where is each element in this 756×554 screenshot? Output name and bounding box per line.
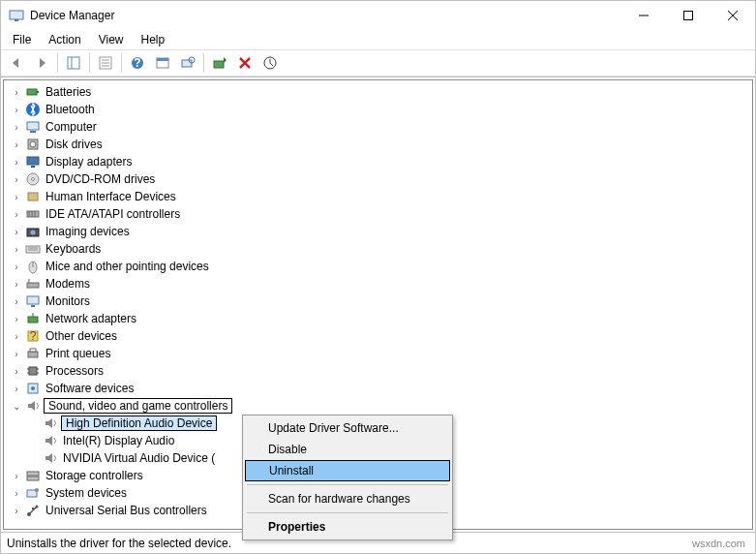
svg-rect-25 (27, 122, 39, 130)
chevron-right-icon[interactable]: › (10, 225, 23, 238)
watermark: wsxdn.com (692, 538, 749, 549)
chevron-right-icon[interactable]: › (10, 364, 23, 378)
back-button[interactable] (5, 52, 28, 74)
modem-icon (25, 276, 41, 292)
tree-node[interactable]: ›Mice and other pointing devices (10, 258, 752, 275)
chevron-right-icon[interactable]: › (10, 294, 23, 308)
device-manager-window: Device Manager File Action View Help ? ›… (0, 0, 756, 554)
cpu-icon (25, 363, 41, 379)
context-menu-item[interactable]: Scan for hardware changes (245, 488, 450, 509)
tree-node-label: Imaging devices (44, 225, 132, 238)
system-icon (25, 485, 41, 501)
tree-node-label: Bluetooth (44, 103, 97, 116)
chevron-right-icon[interactable]: › (10, 242, 23, 256)
svg-rect-3 (684, 12, 693, 20)
chevron-right-icon[interactable]: › (10, 382, 23, 395)
chevron-right-icon[interactable]: › (10, 260, 23, 273)
chevron-down-icon[interactable]: ⌄ (10, 399, 23, 413)
dvd-icon (25, 171, 41, 187)
svg-point-39 (31, 231, 36, 235)
tree-node-label: High Definition Audio Device (61, 416, 217, 431)
tree-node[interactable]: ›?Other devices (10, 327, 752, 345)
spacer (27, 416, 41, 430)
tree-node-label: Disk drives (44, 138, 105, 151)
chevron-right-icon[interactable]: › (10, 469, 23, 482)
uninstall-button[interactable] (233, 52, 257, 74)
tree-node[interactable]: ›Computer (10, 118, 752, 136)
tree-node[interactable]: ›Modems (10, 275, 752, 292)
context-menu-item[interactable]: Properties (245, 516, 450, 538)
tree-node[interactable]: ›Keyboards (10, 240, 752, 258)
chevron-right-icon[interactable]: › (10, 207, 23, 221)
chevron-right-icon[interactable]: › (10, 172, 23, 186)
maximize-button[interactable] (666, 1, 711, 30)
context-menu-item[interactable]: Disable (245, 439, 450, 460)
chevron-right-icon[interactable]: › (10, 277, 23, 291)
menu-file[interactable]: File (5, 31, 39, 48)
chevron-right-icon[interactable]: › (10, 329, 23, 343)
tree-node[interactable]: ›IDE ATA/ATAPI controllers (10, 205, 752, 223)
add-legacy-hardware-button[interactable] (258, 52, 282, 74)
properties-button[interactable] (94, 52, 117, 74)
printer-icon (25, 346, 41, 361)
tree-node[interactable]: ›DVD/CD-ROM drives (10, 170, 752, 188)
context-menu-item[interactable]: Uninstall (245, 460, 450, 481)
svg-rect-49 (28, 317, 38, 323)
context-menu-item[interactable]: Update Driver Software... (245, 417, 450, 439)
svg-point-61 (31, 386, 35, 390)
tree-node-label: System devices (44, 486, 129, 500)
chevron-right-icon[interactable]: › (10, 347, 23, 360)
svg-point-65 (35, 488, 39, 492)
tree-node[interactable]: ›Imaging devices (10, 223, 752, 240)
tree-node[interactable]: ›Network adapters (10, 310, 752, 327)
tree-node-label: Human Interface Devices (44, 190, 178, 203)
chevron-right-icon[interactable]: › (10, 486, 23, 500)
tree-node[interactable]: ›Bluetooth (10, 101, 752, 118)
chevron-right-icon[interactable]: › (10, 312, 23, 325)
tree-node[interactable]: ›Batteries (10, 83, 752, 101)
chevron-right-icon[interactable]: › (10, 504, 23, 517)
tree-node-label: Processors (44, 364, 106, 378)
chevron-right-icon[interactable]: › (10, 138, 23, 151)
show-hide-console-tree-button[interactable] (62, 52, 85, 74)
chevron-right-icon[interactable]: › (10, 85, 23, 99)
menu-action[interactable]: Action (41, 31, 88, 48)
tree-node[interactable]: ›Human Interface Devices (10, 188, 752, 205)
tree-node[interactable]: ›Monitors (10, 292, 752, 310)
network-icon (25, 311, 41, 326)
tree-node[interactable]: ⌄Sound, video and game controllers (10, 397, 752, 415)
close-button[interactable] (711, 1, 755, 30)
minimize-button[interactable] (621, 1, 666, 30)
svg-rect-45 (27, 283, 39, 288)
app-icon (9, 8, 24, 23)
window-title: Device Manager (30, 9, 621, 22)
chevron-right-icon[interactable]: › (10, 155, 23, 169)
bluetooth-icon (25, 102, 41, 117)
tree-node-label: Intel(R) Display Audio (61, 434, 176, 447)
imaging-icon (25, 224, 41, 239)
tree-node[interactable]: ›Print queues (10, 345, 752, 362)
tree-node-label: Network adapters (44, 312, 138, 325)
speaker-icon (43, 416, 58, 431)
mouse-icon (25, 259, 41, 274)
context-menu: Update Driver Software...DisableUninstal… (242, 415, 453, 540)
tree-node[interactable]: ›Disk drives (10, 136, 752, 153)
svg-text:?: ? (134, 56, 140, 70)
svg-rect-1 (15, 19, 18, 21)
menu-help[interactable]: Help (134, 31, 173, 48)
scan-hardware-button[interactable] (176, 52, 199, 74)
chevron-right-icon[interactable]: › (10, 120, 23, 134)
chevron-right-icon[interactable]: › (10, 190, 23, 203)
chevron-right-icon[interactable]: › (10, 103, 23, 116)
svg-rect-0 (10, 11, 23, 19)
forward-button[interactable] (30, 52, 53, 74)
tree-node[interactable]: ›Software devices (10, 380, 752, 397)
help-button[interactable]: ? (126, 52, 149, 74)
tree-node-label: Modems (44, 277, 92, 291)
tree-node[interactable]: ›Display adapters (10, 153, 752, 170)
svg-rect-6 (68, 57, 79, 69)
menu-view[interactable]: View (91, 31, 132, 48)
tree-node[interactable]: ›Processors (10, 362, 752, 380)
show-hidden-devices-button[interactable] (151, 52, 174, 74)
update-driver-button[interactable] (208, 52, 231, 74)
